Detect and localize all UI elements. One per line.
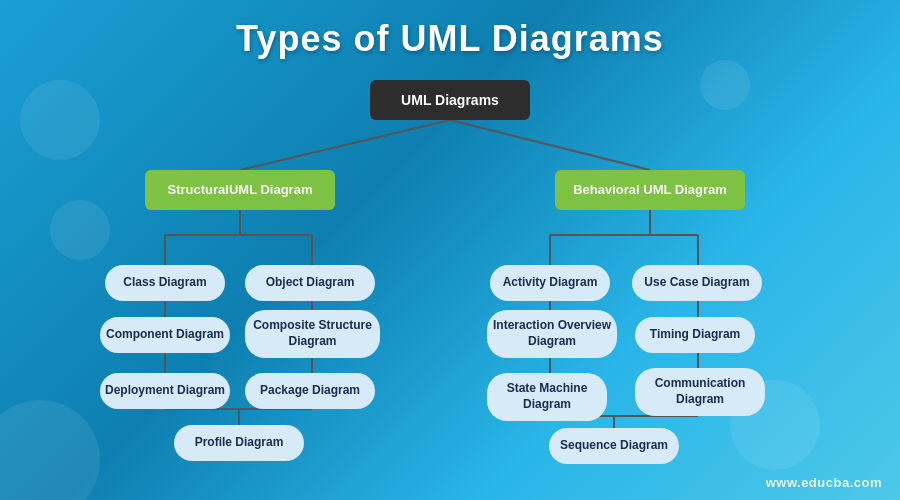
svg-line-1 [450,120,650,170]
diagram-area: UML Diagrams StructuralUML Diagram Behav… [0,70,900,480]
timing-diagram-node: Timing Diagram [635,317,755,353]
activity-diagram-node: Activity Diagram [490,265,610,301]
profile-diagram-node: Profile Diagram [174,425,304,461]
package-diagram-node: Package Diagram [245,373,375,409]
root-node: UML Diagrams [370,80,530,120]
object-diagram-node: Object Diagram [245,265,375,301]
usecase-diagram-node: Use Case Diagram [632,265,762,301]
interaction-diagram-node: Interaction Overview Diagram [487,310,617,358]
composite-diagram-node: Composite Structure Diagram [245,310,380,358]
page-title: Types of UML Diagrams [0,0,900,70]
class-diagram-node: Class Diagram [105,265,225,301]
structural-node: StructuralUML Diagram [145,170,335,210]
sequence-diagram-node: Sequence Diagram [549,428,679,464]
deployment-diagram-node: Deployment Diagram [100,373,230,409]
statemachine-diagram-node: State Machine Diagram [487,373,607,421]
svg-line-0 [240,120,450,170]
component-diagram-node: Component Diagram [100,317,230,353]
behavioral-node: Behavioral UML Diagram [555,170,745,210]
communication-diagram-node: Communication Diagram [635,368,765,416]
watermark: www.educba.com [766,475,882,490]
